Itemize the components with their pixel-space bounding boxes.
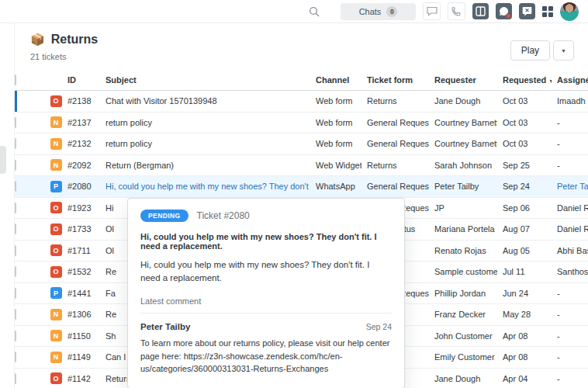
ticket-row[interactable]: O #2138 Chat with Visitor 1570139948 Web… <box>15 91 588 113</box>
latest-comment-label: Latest comment <box>140 296 392 314</box>
row-checkbox[interactable] <box>15 117 16 128</box>
ticket-assignee: Imaadh S <box>552 96 588 106</box>
ticket-id: #2137 <box>66 118 100 127</box>
row-checkbox[interactable] <box>15 309 16 320</box>
comment-date: Sep 24 <box>366 322 392 331</box>
tooltip-description: Hi, could you help me with my new shoes?… <box>140 258 377 284</box>
ticket-requested: Jun 24 <box>497 289 552 298</box>
ticket-status-badge: O <box>50 95 62 107</box>
row-checkbox[interactable] <box>15 331 16 341</box>
row-checkbox[interactable] <box>15 203 16 213</box>
row-checkbox[interactable] <box>15 245 16 256</box>
ticket-requester: John Customer <box>429 331 497 341</box>
ticket-requested: May 28 <box>497 310 552 319</box>
col-header-requested[interactable]: Requested▼ <box>497 75 552 85</box>
ticket-assignee: - <box>552 310 588 319</box>
chats-count-badge: 0 <box>386 6 397 17</box>
ticket-assignee: Santhosh <box>552 267 588 276</box>
ticket-assignee: - <box>552 289 588 298</box>
apps-grid-icon[interactable] <box>542 6 553 17</box>
chats-label: Chats <box>359 7 382 16</box>
ticket-status-badge: O <box>50 223 62 235</box>
ticket-id: #1306 <box>66 310 100 319</box>
ticket-id: #1149 <box>66 352 100 362</box>
caret-down-icon: ▼ <box>561 48 566 54</box>
ticket-assignee: - <box>552 139 588 148</box>
app-kanban-icon[interactable] <box>472 3 489 19</box>
ticket-row[interactable]: N #2132 return policy Web form General R… <box>15 133 588 155</box>
ticket-assignee: - <box>552 161 588 170</box>
chats-button[interactable]: Chats 0 <box>341 3 416 20</box>
row-checkbox[interactable] <box>15 95 16 106</box>
notification-dot <box>506 13 511 19</box>
ticket-status-badge: N <box>50 159 62 171</box>
row-checkbox[interactable] <box>15 223 16 234</box>
col-header-channel[interactable]: Channel <box>310 75 361 85</box>
ticket-requested: Sep 24 <box>497 182 552 191</box>
ticket-requester: Emily Customer <box>429 352 497 362</box>
ticket-form: Returns <box>361 96 429 106</box>
row-checkbox[interactable] <box>15 266 16 277</box>
top-bar: Chats 0 <box>0 0 588 23</box>
play-button[interactable]: Play <box>510 40 550 61</box>
avatar[interactable] <box>560 2 579 21</box>
ticket-status-badge: O <box>50 202 62 213</box>
ticket-requester: Courtney Barnett <box>429 139 497 148</box>
col-header-subject[interactable]: Subject <box>100 75 310 85</box>
ticket-row[interactable]: N #2137 return policy Web form General R… <box>15 113 588 134</box>
ticket-requested: Sep 25 <box>497 161 552 170</box>
ticket-requested: Apr 08 <box>497 352 552 362</box>
sidebar-collapse-handle[interactable] <box>0 146 6 174</box>
ticket-id: #1733 <box>66 224 100 234</box>
ticket-id: #2092 <box>66 161 100 170</box>
ticket-subject[interactable]: return policy <box>100 118 310 127</box>
ticket-status-badge: N <box>50 352 62 363</box>
status-badge: PENDING <box>140 210 189 222</box>
ticket-status-badge: N <box>50 309 62 320</box>
select-all-checkbox[interactable] <box>15 74 16 85</box>
col-header-id[interactable]: ID <box>66 75 100 85</box>
comment-text: To learn more about our returns policy, … <box>140 337 392 376</box>
main-content: 📦 Returns 21 tickets Play ▼ ID Subject C… <box>14 23 588 388</box>
ticket-requested: Jul 11 <box>497 267 552 276</box>
comment-author-row: Peter Tailby Sep 24 <box>140 322 392 331</box>
play-button-group: Play ▼ <box>510 40 574 61</box>
ticket-requester: Renato Rojas <box>429 246 497 255</box>
row-checkbox[interactable] <box>15 181 16 192</box>
row-checkbox[interactable] <box>15 288 16 299</box>
search-icon[interactable] <box>309 6 320 17</box>
ticket-channel: WhatsApp <box>310 182 361 191</box>
row-checkbox[interactable] <box>15 373 16 384</box>
ticket-row[interactable]: N #2092 Return (Bergman) Web Widget Retu… <box>15 155 588 177</box>
ticket-row[interactable]: P #2080 Hi, could you help me with my ne… <box>15 176 588 198</box>
col-header-form[interactable]: Ticket form <box>361 75 429 85</box>
row-checkbox[interactable] <box>15 160 16 171</box>
ticket-requested: Apr 04 <box>497 374 552 383</box>
ticket-preview-tooltip: PENDING Ticket #2080 Hi, could you help … <box>127 198 405 388</box>
row-checkbox[interactable] <box>15 352 16 362</box>
col-header-assignee[interactable]: Assignee <box>552 75 588 85</box>
ticket-id: #1142 <box>66 374 100 383</box>
ticket-id: #1711 <box>66 246 100 255</box>
ticket-subject[interactable]: Chat with Visitor 1570139948 <box>100 96 310 106</box>
ticket-status-badge: O <box>50 372 62 384</box>
tooltip-title: Hi, could you help me with my new shoes?… <box>140 232 392 251</box>
play-options-button[interactable]: ▼ <box>553 40 574 61</box>
app-chat-notification-icon[interactable] <box>496 3 512 19</box>
ticket-subject[interactable]: return policy <box>100 139 310 148</box>
ticket-requester: Sarah Johnson <box>429 161 497 170</box>
row-checkbox[interactable] <box>15 138 16 149</box>
ticket-requester: Franz Decker <box>429 310 497 319</box>
app-message-x-icon[interactable] <box>519 3 535 19</box>
ticket-form: General Request <box>361 139 429 148</box>
ticket-requester: Phillip Jordan <box>429 289 497 298</box>
ticket-count: 21 tickets <box>30 52 66 61</box>
ticket-subject[interactable]: Hi, could you help me with my new shoes?… <box>100 182 310 191</box>
ticket-requested: Oct 03 <box>497 96 552 106</box>
col-header-requester[interactable]: Requester <box>429 75 497 85</box>
chat-bubble-icon[interactable] <box>423 2 441 20</box>
phone-icon[interactable] <box>448 2 465 20</box>
ticket-requester: Peter Tailby <box>429 182 497 191</box>
ticket-assignee: - <box>552 331 588 341</box>
ticket-subject[interactable]: Return (Bergman) <box>100 161 310 170</box>
